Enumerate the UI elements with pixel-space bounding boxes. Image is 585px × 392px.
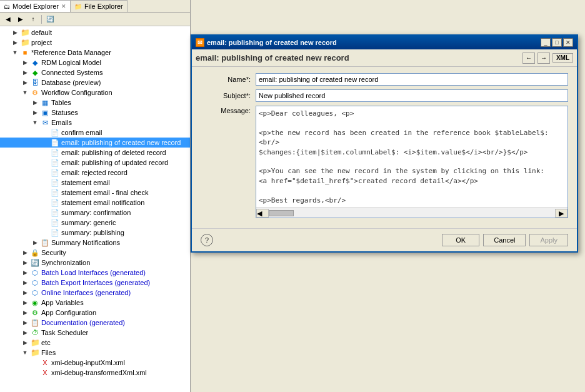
tree-item-default[interactable]: ▶ 📁 default <box>0 28 190 38</box>
toggle-project[interactable]: ▶ <box>10 38 20 48</box>
tree-label-statement-notif: statement email notification <box>61 198 144 208</box>
toggle-workflow[interactable]: ▼ <box>20 88 30 98</box>
tree-item-app-vars[interactable]: ▶ ◉ App Variables <box>0 298 190 308</box>
tree-item-xmi-debug[interactable]: ▶ X xmi-debug-inputXml.xml <box>0 358 190 368</box>
toggle-summary-notifs[interactable]: ▶ <box>30 238 40 248</box>
toggle-rdm-logical[interactable]: ▶ <box>20 58 30 68</box>
subject-input[interactable] <box>256 89 568 102</box>
tree-item-xmi-trans[interactable]: ▶ X xmi-debug-transformedXml.xml <box>0 368 190 378</box>
tree-item-sync[interactable]: ▶ 🔄 Synchronization <box>0 258 190 268</box>
tree-container[interactable]: ▶ 📁 default ▶ 📁 project ▼ ■ *Reference D… <box>0 26 190 392</box>
toggle-etc[interactable]: ▶ <box>20 338 30 348</box>
name-input[interactable] <box>256 73 568 86</box>
toggle-batch-export[interactable]: ▶ <box>20 278 30 288</box>
tree-label-statement-final: statement email - final check <box>61 188 148 198</box>
dialog-titlebar: ✉ email: publishing of created new recor… <box>192 36 577 49</box>
h-scrollbar[interactable]: ◀ ▶ <box>256 208 568 218</box>
folder-icon: 📁 <box>20 38 30 47</box>
tree-item-pub-del[interactable]: ▶ 📄 email: publishing of deleted record <box>0 148 190 158</box>
tree-item-confirm-email[interactable]: ▶ 📄 confirm email <box>0 128 190 138</box>
ok-button[interactable]: OK <box>442 234 479 246</box>
tree-item-online[interactable]: ▶ ⬡ Online Interfaces (generated) <box>0 288 190 298</box>
tree-item-statement-notif[interactable]: ▶ 📄 statement email notification <box>0 198 190 208</box>
tree-item-summary-generic[interactable]: ▶ 📄 summary: generic <box>0 218 190 228</box>
email-item-icon: 📄 <box>50 168 60 177</box>
tree-item-rejected[interactable]: ▶ 📄 email: rejected record <box>0 168 190 178</box>
toggle-statuses[interactable]: ▶ <box>30 108 40 118</box>
dialog-close-btn[interactable]: ✕ <box>563 38 573 47</box>
toggle-online[interactable]: ▶ <box>20 288 30 298</box>
tree-item-database[interactable]: ▶ 🗄 Database (preview) <box>0 78 190 88</box>
tree-item-pub-new[interactable]: ▶ 📄 email: publishing of created new rec… <box>0 138 190 148</box>
nav-back-btn[interactable]: ← <box>522 53 535 64</box>
tree-item-connected[interactable]: ▶ ◆ Connected Systems <box>0 68 190 78</box>
h-scroll-left[interactable]: ◀ <box>256 209 269 218</box>
tree-label-xmi-trans: xmi-debug-transformedXml.xml <box>51 368 147 378</box>
apply-button[interactable]: Apply <box>529 234 568 246</box>
toolbar-forward-btn[interactable]: ▶ <box>15 14 26 25</box>
h-scroll-thumb[interactable] <box>269 210 294 216</box>
cancel-button[interactable]: Cancel <box>483 234 526 246</box>
toolbar-back-btn[interactable]: ◀ <box>2 14 14 25</box>
tree-item-etc[interactable]: ▶ 📁 etc <box>0 338 190 348</box>
toggle-app-vars[interactable]: ▶ <box>20 298 30 308</box>
tree-item-statement-final[interactable]: ▶ 📄 statement email - final check <box>0 188 190 198</box>
dialog-maximize-btn[interactable]: □ <box>552 38 562 47</box>
toggle-batch-load[interactable]: ▶ <box>20 268 30 278</box>
dialog-title: ✉ email: publishing of created new recor… <box>196 38 337 47</box>
tree-item-pub-upd[interactable]: ▶ 📄 email: publishing of updated record <box>0 158 190 168</box>
folder-icon: 📁 <box>30 348 40 357</box>
nav-forward-btn[interactable]: → <box>538 53 550 64</box>
tab-model-explorer[interactable]: 🗂 Model Explorer ✕ <box>0 0 71 12</box>
tree-label-summary-generic: summary: generic <box>61 218 116 228</box>
tree-label-summary-publish: summary: publishing <box>61 228 124 238</box>
toggle-files[interactable]: ▼ <box>20 348 30 358</box>
xml-btn[interactable]: XML <box>552 53 573 63</box>
tree-item-batch-load[interactable]: ▶ ⬡ Batch Load Interfaces (generated) <box>0 268 190 278</box>
toggle-task-sched[interactable]: ▶ <box>20 328 30 338</box>
tree-item-statement[interactable]: ▶ 📄 statement email <box>0 178 190 188</box>
model-explorer-icon: 🗂 <box>4 3 10 10</box>
tree-label-connected: Connected Systems <box>41 68 102 78</box>
tab-file-explorer[interactable]: 📁 File Explorer <box>71 0 128 12</box>
batch-load-icon: ⬡ <box>30 268 40 277</box>
tree-item-security[interactable]: ▶ 🔒 Security <box>0 248 190 258</box>
tree-item-rdm[interactable]: ▼ ■ *Reference Data Manager <box>0 48 190 58</box>
tree-item-docs[interactable]: ▶ 📋 Documentation (generated) <box>0 318 190 328</box>
toggle-security[interactable]: ▶ <box>20 248 30 258</box>
toggle-database[interactable]: ▶ <box>20 78 30 88</box>
toggle-tables[interactable]: ▶ <box>30 98 40 108</box>
tree-item-batch-export[interactable]: ▶ ⬡ Batch Export Interfaces (generated) <box>0 278 190 288</box>
toggle-docs[interactable]: ▶ <box>20 318 30 328</box>
tree-item-project[interactable]: ▶ 📁 project <box>0 38 190 48</box>
summary-notifs-icon: 📋 <box>40 238 50 247</box>
dialog-minimize-btn[interactable]: _ <box>541 38 551 47</box>
help-button[interactable]: ? <box>201 234 213 246</box>
tree-item-tables[interactable]: ▶ ▦ Tables <box>0 98 190 108</box>
tree-item-statuses[interactable]: ▶ ▣ Statuses <box>0 108 190 118</box>
tree-label-default: default <box>31 28 52 38</box>
toggle-default[interactable]: ▶ <box>10 28 20 38</box>
tree-item-task-sched[interactable]: ▶ ⏱ Task Scheduler <box>0 328 190 338</box>
tree-item-summary-publish[interactable]: ▶ 📄 summary: publishing <box>0 228 190 238</box>
tree-item-summary-confirm[interactable]: ▶ 📄 summary: confirmation <box>0 208 190 218</box>
email-item-icon: 📄 <box>50 208 60 217</box>
tab-close-model[interactable]: ✕ <box>61 3 66 9</box>
toolbar-refresh-btn[interactable]: 🔄 <box>44 14 56 25</box>
toggle-app-config[interactable]: ▶ <box>20 308 30 318</box>
tree-item-files[interactable]: ▼ 📁 Files <box>0 348 190 358</box>
toggle-rdm[interactable]: ▼ <box>10 48 20 58</box>
tree-item-rdm-logical[interactable]: ▶ ◆ RDM Logical Model <box>0 58 190 68</box>
security-icon: 🔒 <box>30 248 40 257</box>
email-dialog: ✉ email: publishing of created new recor… <box>191 34 578 253</box>
toggle-emails[interactable]: ▼ <box>30 118 40 128</box>
tree-item-workflow[interactable]: ▼ ⚙ Workflow Configuration <box>0 88 190 98</box>
message-editor[interactable] <box>256 106 568 206</box>
toggle-sync[interactable]: ▶ <box>20 258 30 268</box>
tree-item-summary-notifs[interactable]: ▶ 📋 Summary Notifications <box>0 238 190 248</box>
tree-item-app-config[interactable]: ▶ ⚙ App Configuration <box>0 308 190 318</box>
h-scroll-right[interactable]: ▶ <box>555 209 568 218</box>
toolbar-up-btn[interactable]: ↑ <box>28 14 39 25</box>
tree-item-emails[interactable]: ▼ ✉ Emails <box>0 118 190 128</box>
toggle-connected[interactable]: ▶ <box>20 68 30 78</box>
